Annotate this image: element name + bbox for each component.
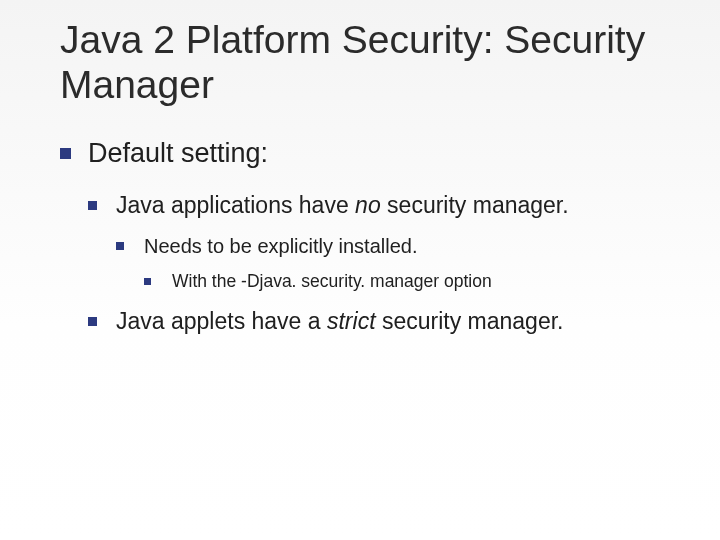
list-item: Java applications have no security manag… — [88, 191, 674, 294]
bullet-list-level3: Needs to be explicitly installed. With t… — [116, 233, 674, 294]
list-item: Needs to be explicitly installed. With t… — [116, 233, 674, 294]
bullet-list-level4: With the -Djava. security. manager optio… — [144, 270, 674, 294]
bullet-list-level2: Java applications have no security manag… — [88, 191, 674, 337]
slide-title: Java 2 Platform Security: Security Manag… — [60, 18, 674, 108]
level2-emphasis: no — [355, 192, 381, 218]
slide: Java 2 Platform Security: Security Manag… — [0, 0, 720, 540]
level2-text-pre: Java applets have a — [116, 308, 327, 334]
level3-text: Needs to be explicitly installed. — [144, 235, 417, 257]
list-item: Default setting: Java applications have … — [60, 136, 674, 338]
level1-text: Default setting: — [88, 138, 268, 168]
list-item: Java applets have a strict security mana… — [88, 307, 674, 337]
level4-text: With the -Djava. security. manager optio… — [172, 271, 492, 291]
level2-text-pre: Java applications have — [116, 192, 355, 218]
level2-text-post: security manager. — [376, 308, 564, 334]
level2-text-post: security manager. — [381, 192, 569, 218]
level2-emphasis: strict — [327, 308, 376, 334]
list-item: With the -Djava. security. manager optio… — [144, 270, 674, 294]
bullet-list-level1: Default setting: Java applications have … — [60, 136, 674, 338]
